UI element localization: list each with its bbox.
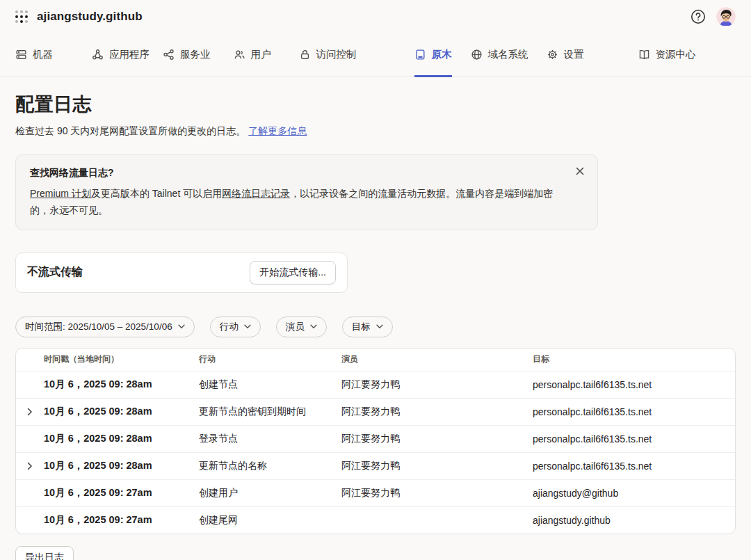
table-row[interactable]: 10月 6，2025 09: 27am 创建尾网 ajiangstudy.git…	[16, 506, 735, 534]
nav-label: 应用程序	[109, 48, 150, 61]
nav-apps[interactable]: 应用程序	[92, 33, 150, 77]
tailscale-logo-icon	[15, 10, 29, 24]
table-row[interactable]: 10月 6，2025 09: 28am 更新节点的名称 阿江要努力鸭 perso…	[16, 452, 735, 479]
cell-timestamp: 10月 6，2025 09: 28am	[44, 378, 199, 391]
filter-label: 演员	[286, 321, 305, 333]
cell-target: personalpc.tail6f6135.ts.net	[533, 406, 735, 417]
premium-plan-link[interactable]: Premium 计划	[30, 188, 91, 199]
cell-actor: 阿江要努力鸭	[341, 487, 533, 499]
filter-label: 行动	[220, 321, 239, 333]
chevron-down-icon	[178, 324, 185, 329]
col-target: 目标	[533, 353, 735, 365]
config-log-table: 时间戳（当地时间） 行动 演员 目标 10月 6，2025 09: 28am 创…	[15, 348, 736, 534]
cell-target: personalpc.tail6f6135.ts.net	[533, 433, 735, 445]
nav-machines[interactable]: 机器	[15, 33, 53, 77]
machines-icon	[15, 49, 27, 61]
cell-action: 更新节点的密钥到期时间	[199, 406, 341, 418]
globe-icon	[471, 49, 483, 61]
network-flow-logs-banner: 查找网络流量日志? Premium 计划及更高版本的 Tailnet 可以启用网…	[15, 154, 598, 230]
chevron-right-icon[interactable]	[16, 462, 44, 470]
table-row[interactable]: 10月 6，2025 09: 28am 登录节点 阿江要努力鸭 personal…	[16, 425, 735, 452]
nav-access-controls[interactable]: 访问控制	[299, 33, 357, 77]
page-title: 配置日志	[15, 92, 736, 117]
logs-icon	[414, 49, 426, 61]
filter-label: 时间范围: 2025/10/05 – 2025/10/06	[25, 321, 172, 333]
cell-target: ajiangstudy.github	[533, 515, 735, 526]
tailnet-name: ajiangstudy.github	[37, 10, 143, 24]
nav-label: 域名系统	[488, 48, 528, 61]
nav-users[interactable]: 用户	[234, 33, 271, 77]
table-row[interactable]: 10月 6，2025 09: 28am 创建节点 阿江要努力鸭 personal…	[16, 371, 735, 398]
nav-resource-center[interactable]: 资源中心	[638, 33, 696, 77]
cell-actor: 阿江要努力鸭	[341, 406, 533, 418]
banner-body: Premium 计划及更高版本的 Tailnet 可以启用网络流日志记录，以记录…	[30, 186, 567, 219]
users-icon	[234, 49, 245, 61]
filter-bar: 时间范围: 2025/10/05 – 2025/10/06 行动 演员 目标	[15, 317, 736, 337]
chevron-down-icon	[310, 324, 317, 329]
book-icon	[638, 49, 650, 61]
time-range-filter[interactable]: 时间范围: 2025/10/05 – 2025/10/06	[15, 317, 195, 337]
cell-action: 创建尾网	[199, 514, 341, 527]
export-logs-button[interactable]: 导出日志	[15, 546, 74, 560]
table-header-row: 时间戳（当地时间） 行动 演员 目标	[16, 349, 735, 371]
streaming-status: 不流式传输	[27, 265, 83, 280]
nav-dns[interactable]: 域名系统	[471, 33, 528, 77]
user-avatar[interactable]	[716, 7, 736, 26]
top-header: ajiangstudy.github	[0, 0, 751, 33]
cell-action: 更新节点的名称	[199, 460, 341, 472]
nav-label: 机器	[33, 48, 53, 61]
banner-title: 查找网络流量日志?	[30, 167, 567, 179]
tailnet-brand[interactable]: ajiangstudy.github	[15, 10, 143, 24]
close-icon[interactable]	[574, 165, 586, 177]
cell-timestamp: 10月 6，2025 09: 27am	[44, 513, 199, 527]
nav-settings[interactable]: 设置	[547, 33, 584, 77]
gear-icon	[547, 49, 558, 61]
nav-label: 服务业	[180, 48, 211, 61]
nav-logs[interactable]: 原木	[414, 33, 452, 77]
help-icon[interactable]	[690, 8, 706, 25]
actor-filter[interactable]: 演员	[276, 317, 327, 337]
cell-action: 创建用户	[199, 487, 341, 499]
cell-actor: 阿江要努力鸭	[341, 460, 533, 472]
col-actor: 演员	[341, 353, 533, 365]
cell-target: ajiangstudy@github	[533, 488, 735, 499]
nav-label: 设置	[564, 48, 584, 61]
network-flow-logging-link[interactable]: 网络流日志记录	[222, 188, 290, 199]
nav-label: 资源中心	[656, 48, 696, 61]
chevron-down-icon	[244, 324, 251, 329]
services-icon	[163, 49, 175, 61]
col-action: 行动	[199, 353, 341, 365]
col-timestamp: 时间戳（当地时间）	[44, 353, 199, 365]
nav-services[interactable]: 服务业	[163, 33, 211, 77]
cell-target: personalpc.tail6f6135.ts.net	[533, 461, 735, 472]
cell-action: 登录节点	[199, 433, 341, 445]
lock-icon	[299, 49, 311, 61]
chevron-right-icon[interactable]	[16, 408, 44, 416]
start-streaming-button[interactable]: 开始流式传输...	[250, 261, 336, 285]
cell-target: personalpc.tail6f6135.ts.net	[533, 379, 735, 390]
banner-text: 及更高版本的 Tailnet 可以启用	[91, 188, 222, 199]
page-description: 检查过去 90 天内对尾网配置设置所做的更改的日志。	[15, 125, 245, 136]
main-nav: 机器 应用程序 服务业 用户	[0, 33, 751, 77]
target-filter[interactable]: 目标	[342, 317, 393, 337]
table-row[interactable]: 10月 6，2025 09: 27am 创建用户 阿江要努力鸭 ajiangst…	[16, 479, 735, 506]
cell-actor: 阿江要努力鸭	[341, 433, 533, 445]
cell-timestamp: 10月 6，2025 09: 28am	[44, 459, 199, 472]
cell-timestamp: 10月 6，2025 09: 28am	[44, 432, 199, 445]
table-row[interactable]: 10月 6，2025 09: 28am 更新节点的密钥到期时间 阿江要努力鸭 p…	[16, 398, 735, 425]
action-filter[interactable]: 行动	[210, 317, 261, 337]
cell-actor: 阿江要努力鸭	[341, 378, 533, 391]
log-streaming-card: 不流式传输 开始流式传输...	[15, 253, 348, 293]
filter-label: 目标	[352, 321, 371, 333]
learn-more-link[interactable]: 了解更多信息	[248, 125, 307, 136]
nav-label: 访问控制	[316, 48, 357, 61]
chevron-down-icon	[376, 324, 383, 329]
cell-timestamp: 10月 6，2025 09: 27am	[44, 486, 199, 499]
cell-action: 创建节点	[199, 378, 341, 391]
nav-label: 原木	[432, 48, 452, 61]
apps-icon	[92, 49, 104, 61]
nav-label: 用户	[251, 48, 271, 61]
cell-timestamp: 10月 6，2025 09: 28am	[44, 405, 199, 418]
